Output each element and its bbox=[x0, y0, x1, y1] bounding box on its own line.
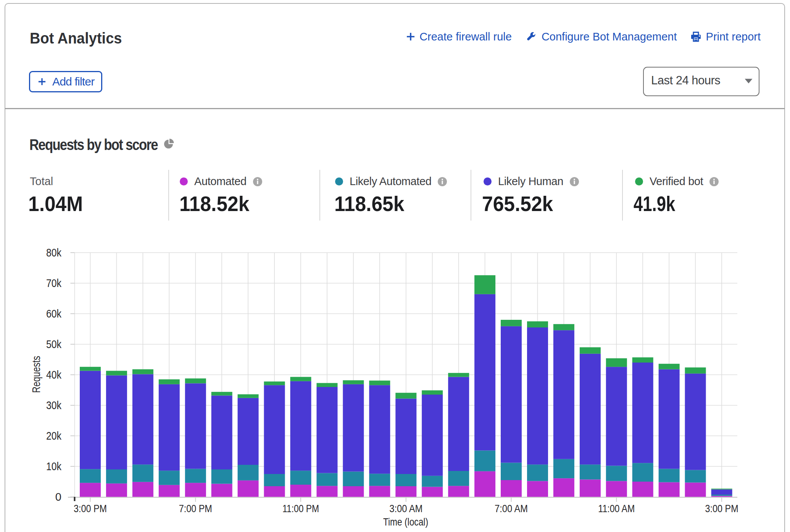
svg-text:0: 0 bbox=[55, 491, 61, 503]
svg-text:3:00 PM: 3:00 PM bbox=[74, 503, 107, 514]
svg-text:Requests: Requests bbox=[30, 356, 42, 393]
svg-text:50k: 50k bbox=[46, 338, 61, 350]
svg-text:20k: 20k bbox=[46, 430, 61, 442]
svg-text:80k: 80k bbox=[46, 247, 61, 259]
svg-text:Time (local): Time (local) bbox=[383, 516, 428, 528]
svg-text:10k: 10k bbox=[46, 460, 61, 472]
svg-text:7:00 AM: 7:00 AM bbox=[495, 503, 528, 514]
svg-text:11:00 AM: 11:00 AM bbox=[598, 503, 635, 514]
svg-text:3:00 PM: 3:00 PM bbox=[705, 503, 738, 514]
svg-text:40k: 40k bbox=[46, 369, 61, 381]
svg-text:7:00 PM: 7:00 PM bbox=[179, 503, 212, 514]
svg-text:11:00 PM: 11:00 PM bbox=[282, 503, 319, 514]
svg-text:30k: 30k bbox=[46, 399, 61, 411]
svg-text:3:00 AM: 3:00 AM bbox=[389, 503, 422, 514]
svg-text:70k: 70k bbox=[46, 277, 61, 289]
svg-text:60k: 60k bbox=[46, 308, 61, 320]
